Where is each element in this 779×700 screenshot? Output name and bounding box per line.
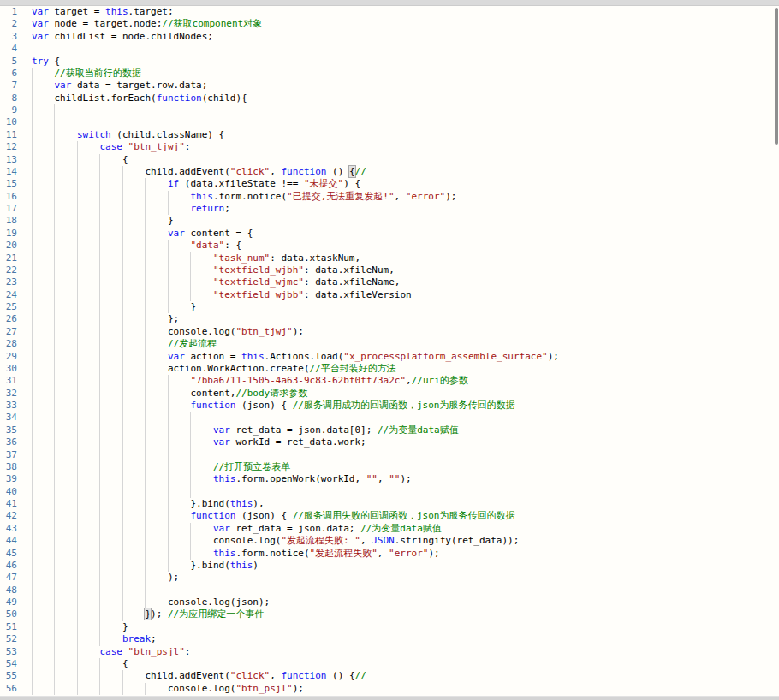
code-text[interactable]: } — [26, 215, 779, 227]
code-line[interactable]: 49 console.log(json); — [0, 596, 779, 608]
code-line[interactable]: 44 console.log("发起流程失败: ", JSON.stringif… — [0, 535, 779, 547]
line-number[interactable]: 55 — [0, 670, 26, 682]
line-number[interactable]: 47 — [0, 572, 26, 584]
code-line[interactable]: 28 //发起流程 — [0, 338, 779, 350]
code-text[interactable]: console.log("btn_psjl"); — [26, 683, 779, 695]
line-number[interactable]: 31 — [0, 375, 26, 387]
line-number[interactable]: 15 — [0, 178, 26, 190]
line-number[interactable]: 6 — [0, 68, 26, 80]
code-text[interactable]: console.log("btn_tjwj"); — [26, 326, 779, 338]
code-line[interactable]: 30 action.WorkAction.create(//平台封装好的方法 — [0, 363, 779, 375]
code-line[interactable]: 41 }.bind(this), — [0, 498, 779, 510]
vertical-scrollbar-thumb[interactable] — [775, 8, 778, 145]
code-text[interactable]: var workId = ret_data.work; — [26, 436, 779, 448]
code-line[interactable]: 51 } — [0, 621, 779, 633]
code-text[interactable]: return; — [26, 203, 779, 215]
line-number[interactable]: 54 — [0, 658, 26, 670]
code-text[interactable]: "data": { — [26, 240, 779, 252]
code-line[interactable]: 32 content,//body请求参数 — [0, 388, 779, 400]
code-line[interactable]: 38 //打开预立卷表单 — [0, 461, 779, 473]
code-text[interactable]: ); — [26, 572, 779, 584]
code-line[interactable]: 19 var content = { — [0, 228, 779, 240]
line-number[interactable]: 43 — [0, 523, 26, 535]
code-text[interactable]: //发起流程 — [26, 338, 779, 350]
code-line[interactable]: 35 var ret_data = json.data[0]; //为变量dat… — [0, 424, 779, 436]
line-number[interactable]: 48 — [0, 584, 26, 596]
code-text[interactable]: console.log(json); — [26, 596, 779, 608]
line-number[interactable]: 49 — [0, 596, 26, 608]
line-number[interactable]: 26 — [0, 313, 26, 325]
line-number[interactable]: 3 — [0, 31, 26, 43]
code-text[interactable]: var childList = node.childNodes; — [26, 31, 779, 43]
line-number[interactable]: 39 — [0, 473, 26, 485]
line-number[interactable]: 38 — [0, 461, 26, 473]
code-text[interactable] — [26, 104, 779, 116]
code-text[interactable]: switch (child.className) { — [26, 129, 779, 141]
line-number[interactable]: 37 — [0, 449, 26, 461]
line-number[interactable]: 44 — [0, 535, 26, 547]
line-number[interactable]: 17 — [0, 203, 26, 215]
line-number[interactable]: 33 — [0, 400, 26, 412]
code-text[interactable]: "7bba6711-1505-4a63-9c83-62bf0ff73a2c",/… — [26, 375, 779, 387]
code-text[interactable]: }); //为应用绑定一个事件 — [26, 608, 779, 620]
code-line[interactable]: 5try { — [0, 56, 779, 68]
code-line[interactable]: 7 var data = target.row.data; — [0, 80, 779, 92]
code-line[interactable]: 20 "data": { — [0, 240, 779, 252]
code-text[interactable]: //获取当前行的数据 — [26, 68, 779, 80]
code-text[interactable]: child.addEvent("click", function () {// — [26, 166, 779, 178]
line-number[interactable]: 35 — [0, 424, 26, 436]
code-text[interactable]: }.bind(this), — [26, 498, 779, 510]
code-line[interactable]: 47 ); — [0, 572, 779, 584]
line-number[interactable]: 21 — [0, 252, 26, 264]
code-line[interactable]: 27 console.log("btn_tjwj"); — [0, 326, 779, 338]
code-text[interactable]: { — [26, 658, 779, 670]
line-number[interactable]: 42 — [0, 510, 26, 522]
code-text[interactable] — [26, 449, 779, 461]
line-number[interactable]: 5 — [0, 56, 26, 68]
code-text[interactable]: this.form.notice("发起流程失败", "error"); — [26, 548, 779, 560]
code-text[interactable]: break; — [26, 633, 779, 645]
code-text[interactable]: var node = target.node;//获取component对象 — [26, 18, 779, 30]
line-number[interactable]: 51 — [0, 621, 26, 633]
code-text[interactable]: }; — [26, 313, 779, 325]
code-text[interactable]: case "btn_tjwj": — [26, 141, 779, 153]
code-line[interactable]: 21 "task_num": data.xtaskNum, — [0, 252, 779, 264]
code-line[interactable]: 36 var workId = ret_data.work; — [0, 436, 779, 448]
code-line[interactable]: 17 return; — [0, 203, 779, 215]
code-line[interactable]: 13 { — [0, 154, 779, 166]
line-number[interactable]: 25 — [0, 301, 26, 313]
code-text[interactable]: var target = this.target; — [26, 6, 779, 18]
code-line[interactable]: 52 break; — [0, 633, 779, 645]
line-number[interactable]: 53 — [0, 646, 26, 658]
code-line[interactable]: 6 //获取当前行的数据 — [0, 68, 779, 80]
code-text[interactable]: function (json) { //服务调用成功的回调函数，json为服务传… — [26, 400, 779, 412]
code-text[interactable]: child.addEvent("click", function () {// — [26, 670, 779, 682]
code-line[interactable]: 34 — [0, 412, 779, 424]
code-text[interactable]: content,//body请求参数 — [26, 388, 779, 400]
line-number[interactable]: 27 — [0, 326, 26, 338]
code-line[interactable]: 24 "textfield_wjbb": data.xfileVersion — [0, 289, 779, 301]
line-number[interactable]: 56 — [0, 683, 26, 695]
code-line[interactable]: 56 console.log("btn_psjl"); — [0, 683, 779, 695]
code-text[interactable]: try { — [26, 56, 779, 68]
code-line[interactable]: 55 child.addEvent("click", function () {… — [0, 670, 779, 682]
code-text[interactable]: var ret_data = json.data; //为变量data赋值 — [26, 523, 779, 535]
code-text[interactable]: } — [26, 621, 779, 633]
code-text[interactable]: //打开预立卷表单 — [26, 461, 779, 473]
code-text[interactable]: var ret_data = json.data[0]; //为变量data赋值 — [26, 424, 779, 436]
line-number[interactable]: 34 — [0, 412, 26, 424]
top-scrollbar-track[interactable] — [0, 0, 779, 6]
line-number[interactable]: 50 — [0, 608, 26, 620]
code-line[interactable]: 54 { — [0, 658, 779, 670]
line-number[interactable]: 7 — [0, 80, 26, 92]
line-number[interactable]: 52 — [0, 633, 26, 645]
line-number[interactable]: 29 — [0, 351, 26, 363]
code-line[interactable]: 33 function (json) { //服务调用成功的回调函数，json为… — [0, 400, 779, 412]
code-text[interactable]: "textfield_wjmc": data.xfileName, — [26, 276, 779, 288]
line-number[interactable]: 40 — [0, 486, 26, 498]
code-text[interactable] — [26, 486, 779, 498]
code-text[interactable] — [26, 584, 779, 596]
code-text[interactable]: case "btn_psjl": — [26, 646, 779, 658]
code-line[interactable]: 2var node = target.node;//获取component对象 — [0, 18, 779, 30]
code-text[interactable]: if (data.xfileState !== "未提交") { — [26, 178, 779, 190]
